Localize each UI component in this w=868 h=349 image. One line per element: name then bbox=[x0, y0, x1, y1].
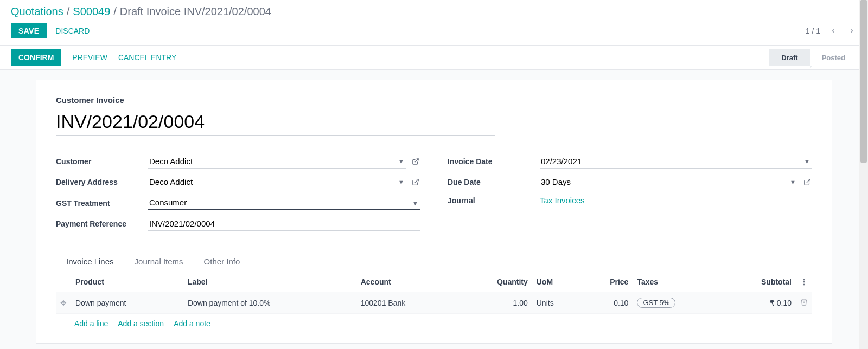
tab-journal-items[interactable]: Journal Items bbox=[124, 251, 194, 272]
chevron-right-icon[interactable] bbox=[846, 25, 857, 36]
save-button[interactable]: Save bbox=[11, 23, 47, 38]
cell-taxes[interactable]: GST 5% bbox=[633, 292, 722, 314]
journal-label: Journal bbox=[448, 196, 540, 205]
pager-text: 1 / 1 bbox=[806, 27, 820, 35]
payref-label: Payment Reference bbox=[56, 219, 148, 228]
breadcrumb-root[interactable]: Quotations bbox=[11, 5, 63, 18]
cell-account[interactable]: 100201 Bank bbox=[356, 292, 457, 314]
tab-other-info[interactable]: Other Info bbox=[194, 251, 251, 272]
form-sheet: Customer Invoice Customer ▼ bbox=[36, 80, 832, 344]
tabs: Invoice Lines Journal Items Other Info bbox=[56, 250, 812, 272]
svg-line-2 bbox=[807, 179, 810, 183]
customer-label: Customer bbox=[56, 157, 148, 166]
breadcrumb-current: Draft Invoice INV/2021/02/0004 bbox=[120, 5, 271, 18]
cell-quantity[interactable]: 1.00 bbox=[457, 292, 532, 314]
breadcrumb-sep: / bbox=[113, 5, 117, 18]
due-date-label: Due Date bbox=[448, 178, 540, 186]
cell-subtotal[interactable]: ₹ 0.10 bbox=[722, 292, 796, 314]
content-area: Customer Invoice Customer ▼ bbox=[0, 70, 868, 349]
external-link-icon[interactable] bbox=[411, 157, 420, 166]
invoice-date-input[interactable] bbox=[540, 154, 812, 169]
col-uom: UoM bbox=[532, 272, 582, 292]
status-posted[interactable]: Posted bbox=[810, 49, 857, 66]
tab-invoice-lines[interactable]: Invoice Lines bbox=[56, 251, 124, 272]
invoice-date-label: Invoice Date bbox=[448, 157, 540, 166]
gst-input[interactable] bbox=[148, 196, 420, 210]
discard-button[interactable]: Discard bbox=[55, 27, 90, 35]
cell-uom[interactable]: Units bbox=[532, 292, 582, 314]
svg-line-0 bbox=[415, 159, 418, 162]
delivery-label: Delivery Address bbox=[56, 178, 148, 186]
breadcrumb-order[interactable]: S00049 bbox=[73, 5, 110, 18]
customer-input[interactable] bbox=[148, 154, 406, 169]
table-row[interactable]: ✥ Down payment Down payment of 10.0% 100… bbox=[56, 292, 812, 314]
col-subtotal: Subtotal bbox=[722, 272, 796, 292]
kebab-icon[interactable]: ⋮ bbox=[800, 277, 808, 286]
cancel-entry-button[interactable]: Cancel Entry bbox=[118, 53, 176, 62]
control-panel: Save Discard 1 / 1 bbox=[0, 21, 868, 46]
chevron-left-icon[interactable] bbox=[828, 25, 839, 36]
svg-line-1 bbox=[415, 179, 418, 183]
journal-link[interactable]: Tax Invoices bbox=[540, 196, 585, 205]
section-label: Customer Invoice bbox=[56, 95, 812, 105]
external-link-icon[interactable] bbox=[411, 177, 420, 187]
col-account: Account bbox=[356, 272, 457, 292]
confirm-button[interactable]: Confirm bbox=[11, 49, 61, 66]
gst-label: GST Treatment bbox=[56, 199, 148, 208]
col-taxes: Taxes bbox=[633, 272, 722, 292]
invoice-lines-table: Product Label Account Quantity UoM Price… bbox=[56, 272, 812, 314]
add-note-link[interactable]: Add a note bbox=[174, 319, 210, 328]
col-label: Label bbox=[183, 272, 356, 292]
col-product: Product bbox=[71, 272, 183, 292]
col-price: Price bbox=[581, 272, 633, 292]
scrollbar[interactable] bbox=[859, 0, 868, 349]
preview-button[interactable]: Preview bbox=[72, 53, 107, 62]
invoice-title-input[interactable] bbox=[56, 110, 495, 136]
add-section-link[interactable]: Add a section bbox=[118, 319, 164, 328]
external-link-icon[interactable] bbox=[802, 177, 812, 187]
col-quantity: Quantity bbox=[457, 272, 532, 292]
cell-price[interactable]: 0.10 bbox=[581, 292, 633, 314]
payref-input[interactable] bbox=[148, 217, 420, 231]
due-date-input[interactable] bbox=[540, 175, 798, 189]
delivery-input[interactable] bbox=[148, 175, 406, 189]
status-draft[interactable]: Draft bbox=[769, 49, 809, 66]
cell-product[interactable]: Down payment bbox=[71, 292, 183, 314]
scrollbar-thumb[interactable] bbox=[860, 0, 867, 163]
trash-icon[interactable] bbox=[800, 299, 808, 307]
breadcrumb-sep: / bbox=[67, 5, 70, 18]
statusbar: Confirm Preview Cancel Entry Draft Poste… bbox=[0, 46, 868, 70]
breadcrumb: Quotations / S00049 / Draft Invoice INV/… bbox=[0, 0, 868, 21]
cell-label[interactable]: Down payment of 10.0% bbox=[183, 292, 356, 314]
drag-handle-icon[interactable]: ✥ bbox=[56, 292, 71, 314]
add-line-link[interactable]: Add a line bbox=[74, 319, 108, 328]
